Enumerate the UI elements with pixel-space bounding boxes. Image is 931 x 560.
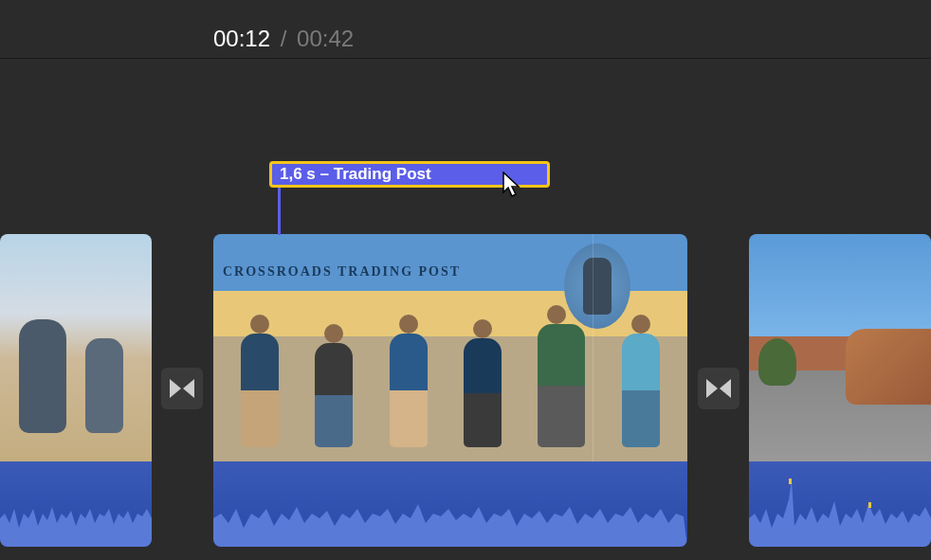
frame-divider: [593, 234, 593, 461]
timecode-bar: 00:12 / 00:42: [0, 19, 931, 59]
timeline[interactable]: 1,6 s – Trading Post CROSSROADS TRADING …: [0, 59, 931, 560]
timecode-total: 00:42: [297, 26, 354, 52]
svg-rect-1: [868, 502, 871, 508]
video-clip-2[interactable]: CROSSROADS TRADING POST: [213, 234, 687, 547]
transition-2[interactable]: [698, 368, 739, 409]
clip-thumbnail: CROSSROADS TRADING POST: [213, 234, 687, 461]
title-overlay-label: 1,6 s – Trading Post: [280, 165, 431, 184]
timecode-separator: /: [274, 26, 293, 52]
title-connector: [278, 188, 281, 235]
clip-thumbnail: [0, 234, 152, 461]
crossfade-icon: [704, 377, 733, 400]
waveform-icon: [213, 461, 687, 547]
audio-track[interactable]: [749, 461, 931, 547]
transition-1[interactable]: [161, 368, 203, 409]
crossfade-icon: [168, 377, 196, 400]
audio-track[interactable]: [0, 461, 152, 547]
waveform-icon: [0, 461, 152, 547]
timecode-current: 00:12: [213, 26, 270, 52]
video-clip-1[interactable]: [0, 234, 152, 547]
video-clip-3[interactable]: [749, 234, 931, 547]
audio-track[interactable]: [213, 461, 687, 547]
title-overlay-clip[interactable]: 1,6 s – Trading Post: [269, 161, 550, 188]
svg-rect-0: [789, 479, 792, 484]
clip-thumbnail: [749, 234, 931, 461]
waveform-icon: [749, 461, 931, 547]
people-row: [223, 315, 678, 447]
